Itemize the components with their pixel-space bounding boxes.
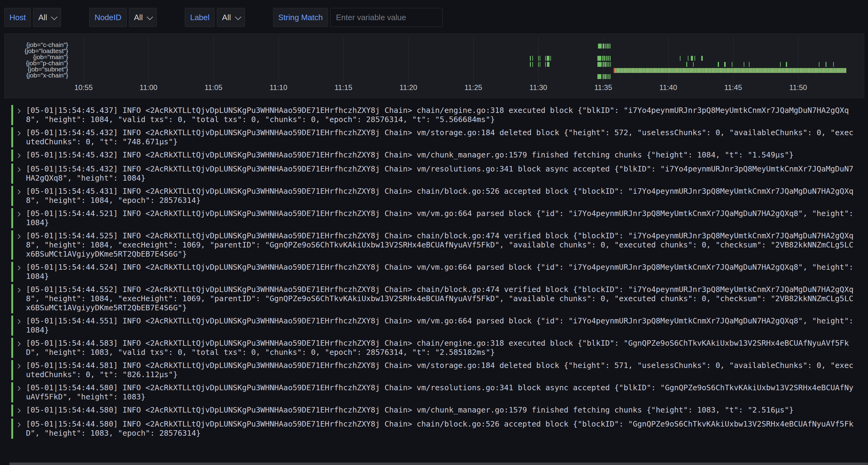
time-tick-label: 11:10 (270, 83, 287, 92)
log-volume-mark (532, 62, 533, 67)
log-volume-mark (598, 44, 602, 48)
nodeid-filter-value: All (134, 13, 143, 22)
expand-log-row-icon[interactable] (17, 231, 26, 241)
log-volume-mark (602, 74, 604, 79)
log-volume-mark (538, 62, 539, 67)
expand-log-row-icon[interactable] (17, 209, 26, 219)
log-volume-mark (607, 62, 608, 67)
label-filter-label: Label (185, 8, 215, 27)
log-row[interactable]: [05-01|15:54:45.432] INFO <2AcRkXTLLtQjv… (11, 150, 856, 161)
log-volume-mark (604, 74, 606, 79)
log-volume-mark (597, 74, 601, 79)
log-volume-mark (604, 56, 605, 61)
log-row[interactable]: [05-01|15:54:44.552] INFO <2AcRkXTLLtQjv… (11, 284, 856, 313)
gridline (798, 37, 798, 83)
expand-log-row-icon[interactable] (17, 339, 26, 349)
log-row[interactable]: [05-01|15:54:45.437] INFO <2AcRkXTLLtQjv… (11, 105, 856, 125)
expand-log-row-icon[interactable] (17, 164, 26, 174)
log-volume-mark (786, 62, 787, 67)
log-volume-mark (602, 56, 603, 61)
horizontal-scrollbar[interactable] (9, 463, 868, 465)
log-row[interactable]: [05-01|15:54:44.580] INFO <2AcRkXTLLtQjv… (11, 419, 856, 439)
chevron-down-icon (51, 13, 57, 20)
expand-log-row-icon[interactable] (17, 361, 26, 371)
nodeid-filter-select[interactable]: All (129, 8, 157, 27)
gridline (84, 37, 84, 83)
expand-log-row-icon[interactable] (17, 106, 26, 116)
log-volume-mark (744, 62, 744, 67)
log-row-text: [05-01|15:54:44.583] INFO <2AcRkXTLLtQjv… (26, 339, 856, 357)
log-row[interactable]: [05-01|15:54:44.580] INFO <2AcRkXTLLtQjv… (11, 405, 856, 417)
series-label: {job="c-chain"} (5, 42, 68, 48)
log-volume-mark (532, 56, 533, 61)
log-volume-mark (607, 74, 608, 79)
log-row-text: [05-01|15:54:45.432] INFO <2AcRkXTLLtQjv… (26, 164, 856, 183)
log-row[interactable]: [05-01|15:54:44.580] INFO <2AcRkXTLLtQjv… (11, 382, 856, 402)
expand-log-row-icon[interactable] (17, 420, 26, 430)
expand-log-row-icon[interactable] (17, 128, 26, 138)
log-volume-mark (610, 44, 611, 48)
series-labels: {job="c-chain"}{job="loadtest"}{job="mai… (5, 42, 68, 78)
log-row[interactable]: [05-01|15:54:44.583] INFO <2AcRkXTLLtQjv… (11, 338, 856, 358)
log-volume-mark (540, 56, 540, 61)
log-row[interactable]: [05-01|15:54:44.525] INFO <2AcRkXTLLtQjv… (11, 230, 856, 260)
log-row-text: [05-01|15:54:45.431] INFO <2AcRkXTLLtQjv… (26, 187, 856, 205)
log-row[interactable]: [05-01|15:54:45.432] INFO <2AcRkXTLLtQjv… (11, 127, 856, 147)
log-volume-mark (694, 56, 695, 61)
expand-log-row-icon[interactable] (17, 187, 26, 197)
nodeid-filter-label: NodeID (89, 8, 126, 27)
series-label: {job="subnet"} (5, 66, 68, 72)
log-volume-plot[interactable] (70, 37, 863, 83)
time-tick-label: 11:35 (594, 83, 612, 92)
log-volume-mark (718, 62, 719, 67)
log-volume-panel: {job="c-chain"}{job="loadtest"}{job="mai… (4, 34, 864, 98)
log-row-text: [05-01|15:54:44.552] INFO <2AcRkXTLLtQjv… (26, 285, 856, 312)
log-volume-mark (604, 62, 606, 67)
log-row[interactable]: [05-01|15:54:44.521] INFO <2AcRkXTLLtQjv… (11, 208, 856, 228)
expand-log-row-icon[interactable] (17, 151, 26, 161)
log-volume-mark (605, 44, 606, 48)
log-volume-mark (597, 62, 602, 67)
log-row[interactable]: [05-01|15:54:45.431] INFO <2AcRkXTLLtQjv… (11, 186, 856, 206)
log-volume-mark (701, 56, 703, 61)
log-volume-mark (732, 62, 733, 67)
expand-log-row-icon[interactable] (17, 285, 26, 295)
gridline (343, 37, 344, 83)
log-volume-mark (680, 56, 680, 61)
time-tick-label: 11:15 (335, 83, 352, 92)
gridline (473, 37, 474, 83)
string-match-input[interactable] (330, 8, 442, 27)
log-volume-mark (610, 74, 611, 79)
log-rows-list: [05-01|15:54:45.437] INFO <2AcRkXTLLtQjv… (11, 105, 856, 439)
chevron-down-icon (147, 13, 153, 20)
log-row-text: [05-01|15:54:45.437] INFO <2AcRkXTLLtQjv… (26, 106, 856, 124)
series-label: {job="loadtest"} (5, 48, 68, 54)
log-row-text: [05-01|15:54:44.580] INFO <2AcRkXTLLtQjv… (26, 420, 856, 438)
chevron-down-icon (235, 13, 241, 20)
log-volume-mark (609, 62, 609, 67)
time-axis: 10:5511:0011:0511:1011:1511:2011:2511:30… (70, 83, 863, 94)
log-row[interactable]: [05-01|15:54:44.581] INFO <2AcRkXTLLtQjv… (11, 360, 856, 380)
gridline (279, 37, 279, 83)
expand-log-row-icon[interactable] (17, 263, 26, 273)
log-volume-mark (693, 62, 693, 67)
log-volume-mark (819, 62, 819, 67)
series-label: {job="p-chain"} (5, 60, 68, 66)
log-row[interactable]: [05-01|15:54:45.432] INFO <2AcRkXTLLtQjv… (11, 164, 856, 184)
time-tick-label: 10:55 (74, 83, 93, 92)
log-volume-mark (780, 62, 781, 67)
log-row[interactable]: [05-01|15:54:44.551] INFO <2AcRkXTLLtQjv… (11, 315, 856, 336)
log-row[interactable]: [05-01|15:54:44.524] INFO <2AcRkXTLLtQjv… (11, 262, 856, 282)
expand-log-row-icon[interactable] (17, 405, 26, 416)
label-filter-select[interactable]: All (217, 8, 245, 27)
host-filter-select[interactable]: All (33, 8, 61, 27)
log-volume-mark (724, 62, 726, 67)
expand-log-row-icon[interactable] (17, 317, 26, 327)
variables-toolbar: Host All NodeID All Label All String Mat… (4, 8, 442, 27)
log-volume-mark (540, 62, 540, 67)
series-label: {job="x-chain"} (5, 72, 68, 78)
gridline (668, 37, 669, 83)
expand-log-row-icon[interactable] (17, 383, 26, 393)
log-volume-mark (609, 74, 609, 79)
log-row-text: [05-01|15:54:44.521] INFO <2AcRkXTLLtQjv… (26, 209, 856, 227)
